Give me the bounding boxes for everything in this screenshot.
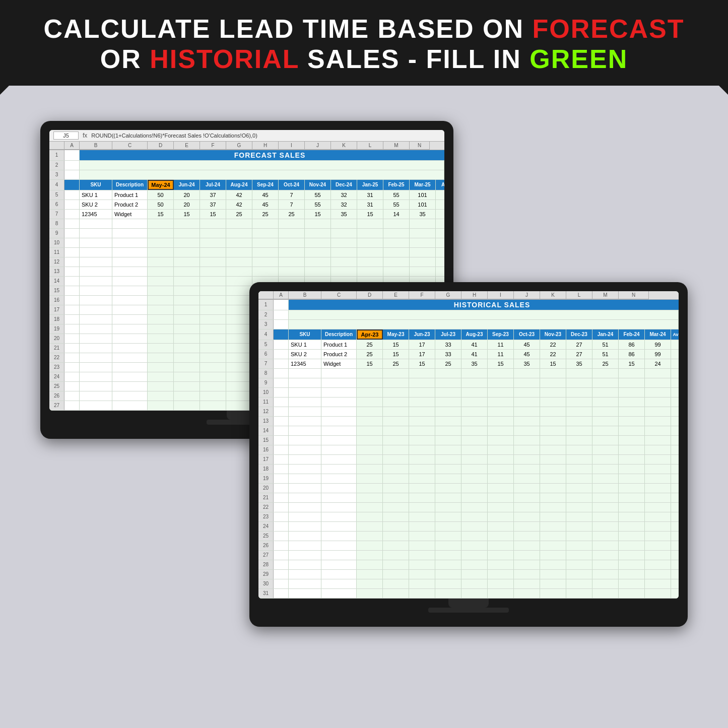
hist-col-headers: A B C D E F G H I J K L M N: [258, 291, 679, 300]
historical-monitor: A B C D E F G H I J K L M N: [249, 282, 688, 627]
sku-header: SKU: [80, 180, 112, 190]
hist-empty-row-12: 12: [258, 407, 679, 417]
historical-screen: A B C D E F G H I J K L M N: [258, 291, 679, 599]
col-m-header: M: [383, 142, 410, 150]
banner-text-forecast: FORECAST: [532, 14, 684, 43]
col-headers: A B C D E F G H I J K L M N: [49, 142, 444, 150]
hist-empty-row-10: 10: [258, 388, 679, 398]
banner-text-1: CALCULATE LEAD TIME BASED ON: [44, 14, 533, 43]
forecast-empty-row-9: 9: [49, 229, 444, 238]
forecast-empty-row-13: 13: [49, 267, 444, 277]
hist-empty-row-17: 17: [258, 455, 679, 465]
hist-empty-row-20: 20: [258, 484, 679, 493]
hist-empty-row-9: 9: [258, 378, 679, 388]
col-n-header: N: [410, 142, 430, 150]
hist-headers-row: 4 SKU Description Apr-23 May-23 Jun-23 J…: [258, 329, 679, 340]
banner-line1: CALCULATE LEAD TIME BASED ON FORECAST: [30, 14, 698, 44]
hist-row-2: 2: [258, 310, 679, 320]
hist-empty-row-30: 30: [258, 579, 679, 589]
corner-cell: [49, 142, 64, 150]
desc-header: Description: [112, 180, 148, 190]
banner-line2: OR HISTORIAL SALES - FILL IN GREEN: [30, 44, 698, 75]
namebox: J5: [53, 131, 79, 140]
hist-data-row-7: 7 12345 Widget 15 25 15 25 35 15 35 15 3…: [258, 359, 679, 369]
col-e-header: E: [174, 142, 200, 150]
apr23-header: Apr-23: [357, 329, 383, 340]
hist-empty-row-11: 11: [258, 398, 679, 407]
hist-empty-row-26: 26: [258, 541, 679, 551]
forecast-empty-row-10: 10: [49, 238, 444, 248]
historical-empty-rows: 8 9: [258, 369, 679, 599]
col-f-header: F: [200, 142, 226, 150]
forecast-title: FORECAST SALES: [80, 150, 444, 160]
historical-spreadsheet: A B C D E F G H I J K L M N: [258, 291, 679, 599]
col-c-header: C: [112, 142, 148, 150]
formula-bar: J5 fx ROUND((1+Calculations!N6)*Forecast…: [49, 130, 444, 142]
banner: CALCULATE LEAD TIME BASED ON FORECAST OR…: [0, 0, 728, 86]
title-row: 1 FORECAST SALES: [49, 150, 444, 161]
forecast-empty-row-11: 11: [49, 248, 444, 257]
hist-data-row-6: 6 SKU 2 Product 2 25 15 17 33 41 11 45 2…: [258, 350, 679, 359]
hist-empty-row-23: 23: [258, 512, 679, 522]
hist-empty-row-16: 16: [258, 445, 679, 455]
banner-text-green: GREEN: [530, 44, 628, 74]
monitors-container: J5 fx ROUND((1+Calculations!N6)*Forecast…: [25, 121, 703, 534]
may24-header: May-24: [148, 180, 174, 190]
row-3: 3: [49, 170, 444, 180]
hist-empty-row-27: 27: [258, 551, 679, 560]
col-h-header: H: [252, 142, 279, 150]
col-l-header: L: [357, 142, 383, 150]
banner-text-sales: SALES - FILL IN: [299, 44, 530, 74]
historical-title: HISTORICAL SALES: [289, 300, 679, 310]
content-area: J5 fx ROUND((1+Calculations!N6)*Forecast…: [0, 86, 728, 554]
forecast-empty-row-12: 12: [49, 257, 444, 267]
hist-row-3: 3: [258, 320, 679, 329]
hist-empty-row-25: 25: [258, 532, 679, 541]
col-i-header: I: [279, 142, 305, 150]
data-row-5: 5 SKU 1 Product 1 50 20 37 42 45 7 55 32…: [49, 190, 444, 200]
hist-title-row: 1 HISTORICAL SALES: [258, 300, 679, 310]
hist-empty-row-28: 28: [258, 560, 679, 570]
hist-empty-row-15: 15: [258, 436, 679, 445]
hist-empty-row-29: 29: [258, 570, 679, 579]
col-b-header: B: [80, 142, 112, 150]
hist-empty-row-31: 31: [258, 589, 679, 599]
col-g-header: G: [226, 142, 252, 150]
hist-empty-row-22: 22: [258, 503, 679, 512]
hist-corner-cell: [258, 291, 274, 299]
data-row-6: 6 SKU 2 Product 2 50 20 37 42 45 7 55 32…: [49, 200, 444, 210]
headers-row: 4 SKU Description May-24 Jun-24 Jul-24 A…: [49, 180, 444, 190]
data-row-7: 7 12345 Widget 15 15 15 25 25 25 15 35 1…: [49, 210, 444, 219]
hist-data-row-5: 5 SKU 1 Product 1 25 15 17 33 41 11 45 2…: [258, 340, 679, 350]
monitor-stand-bottom: [448, 599, 489, 608]
col-a-header: A: [64, 142, 80, 150]
hist-empty-row-24: 24: [258, 522, 679, 532]
formula-text: ROUND((1+Calculations!N6)*Forecast Sales…: [91, 133, 440, 139]
col-d-header: D: [148, 142, 174, 150]
banner-text-or: OR: [100, 44, 150, 74]
banner-text-historical: HISTORIAL: [150, 44, 299, 74]
row-1-num: 1: [49, 150, 64, 160]
hist-empty-row-18: 18: [258, 465, 679, 474]
hist-empty-row-8: 8: [258, 369, 679, 378]
monitor-base-bottom: [428, 608, 509, 613]
hist-empty-row-19: 19: [258, 474, 679, 484]
hist-empty-row-21: 21: [258, 493, 679, 503]
forecast-empty-row-8: 8: [49, 219, 444, 229]
hist-empty-row-14: 14: [258, 426, 679, 436]
col-j-header: J: [305, 142, 331, 150]
col-k-header: K: [331, 142, 357, 150]
row-2: 2: [49, 161, 444, 170]
hist-empty-row-13: 13: [258, 417, 679, 426]
